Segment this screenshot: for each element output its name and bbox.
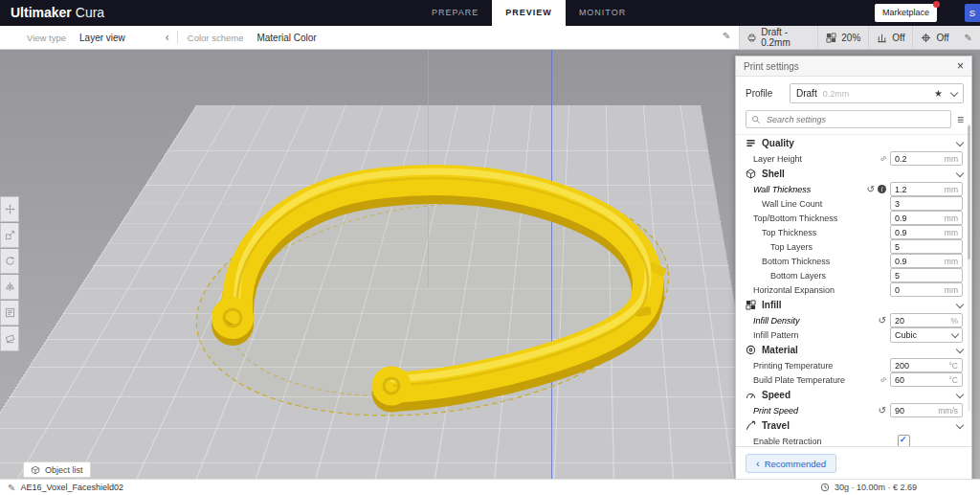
star-icon[interactable]: ★ (934, 88, 943, 99)
object-list-button[interactable]: Object list (23, 461, 91, 478)
setting-row: Infill Pattern Cubic (736, 327, 971, 342)
marketplace-label: Marketplace (882, 8, 929, 17)
tab-prepare[interactable]: PREPARE (418, 0, 492, 26)
chevron-down-icon (951, 329, 959, 337)
setting-input[interactable]: 5 (890, 239, 963, 254)
marketplace-button[interactable]: Marketplace (875, 4, 937, 22)
setting-unit: mm (945, 214, 958, 223)
setting-label: Layer Height (753, 154, 802, 164)
setting-input[interactable]: 0.9 mm (890, 211, 963, 225)
model-filename[interactable]: AE16_Voxel_Faceshield02 (20, 483, 123, 492)
profile-row: Profile Draft 0.2mm ★ (736, 77, 971, 107)
setting-checkbox[interactable] (898, 435, 910, 446)
category-label: Infill (762, 300, 782, 310)
chevron-down-icon (956, 420, 964, 428)
category-label: Speed (762, 390, 791, 400)
setting-input[interactable]: 1.2 mm (890, 182, 963, 196)
setting-input[interactable]: 0 mm (890, 282, 963, 297)
setting-label: Horizontal Expansion (753, 285, 835, 295)
setting-label: Wall Thickness (753, 185, 811, 194)
setting-label: Infill Pattern (753, 330, 799, 340)
setting-input[interactable]: 5 (890, 268, 963, 282)
rename-pencil-icon[interactable]: ✎ (8, 483, 15, 493)
tab-preview[interactable]: PREVIEW (492, 0, 566, 26)
tool-mirror-button[interactable] (0, 275, 19, 300)
search-input[interactable] (765, 114, 946, 125)
profile-dropdown[interactable]: Draft 0.2mm ★ (790, 83, 964, 103)
setting-row: Top Thickness 0.9 mm (736, 225, 971, 239)
scrollbar-thumb[interactable] (968, 125, 970, 259)
printer-icon (747, 33, 756, 43)
setting-input[interactable]: 0.9 mm (890, 254, 963, 268)
object-list-label: Object list (45, 465, 83, 475)
stage-tabs: PREPARE PREVIEW MONITOR (418, 0, 639, 26)
setting-input[interactable]: 60 °C (890, 372, 963, 387)
cube-icon (31, 465, 40, 475)
tool-move-button[interactable] (0, 196, 19, 222)
tool-per-model-settings-button[interactable] (0, 301, 19, 326)
color-scheme-label: Color scheme (188, 33, 244, 43)
brand-name: Ultimaker (11, 5, 72, 20)
settings-category-shell[interactable]: Shell (736, 166, 971, 182)
support-summary-item[interactable]: Off (868, 26, 912, 49)
profile-value: Draft (796, 88, 817, 99)
setting-row-icons: ↺ (867, 185, 886, 194)
setting-label: Wall Line Count (762, 199, 822, 209)
setting-label: Enable Retraction (753, 437, 822, 446)
close-icon[interactable]: × (957, 60, 964, 72)
setting-row: Wall Thickness ↺ 1.2 mm (736, 182, 971, 196)
search-box[interactable] (746, 110, 951, 128)
setting-unit: mm (945, 154, 958, 164)
setting-input[interactable]: 20 % (890, 313, 963, 327)
edit-config-pencil-icon[interactable]: ✎ (957, 33, 980, 43)
profile-label: Profile (746, 88, 772, 99)
adhesion-summary-item[interactable]: Off (912, 26, 956, 49)
profile-summary-item[interactable]: Draft - 0.2mm (739, 26, 817, 49)
settings-category-quality[interactable]: Quality (736, 135, 971, 151)
per-model-settings-icon (5, 307, 15, 318)
chevron-down-icon (950, 88, 958, 96)
settings-category-infill[interactable]: Infill (736, 297, 971, 313)
build-plate (0, 105, 768, 487)
setting-input[interactable]: 90 mm/s (890, 403, 963, 417)
tool-rotate-button[interactable] (0, 249, 19, 274)
panel-header[interactable]: Print settings × (736, 56, 971, 77)
infill-summary-item[interactable]: 20% (817, 26, 868, 49)
setting-select[interactable]: Cubic (890, 327, 963, 343)
profile-hint: 0.2mm (823, 89, 850, 99)
settings-list[interactable]: Quality Layer Height ∞ 0.2 mm Shell Wall… (736, 134, 971, 446)
setting-input[interactable]: 200 °C (890, 358, 963, 372)
move-icon (5, 204, 15, 214)
setting-value: 0.2 (895, 154, 907, 164)
reset-icon[interactable]: ↺ (879, 316, 886, 326)
setting-input[interactable]: 0.2 mm (890, 151, 963, 166)
setting-value: 1.2 (895, 185, 907, 194)
setting-input[interactable]: 3 (890, 196, 963, 211)
info-icon[interactable] (878, 185, 886, 193)
setting-label: Top Thickness (762, 228, 816, 237)
tool-scale-button[interactable] (0, 223, 19, 248)
setting-unit: °C (948, 361, 958, 371)
settings-category-material[interactable]: Material (736, 342, 971, 358)
setting-label: Top/Bottom Thickness (753, 214, 837, 223)
reset-icon[interactable]: ↺ (879, 406, 886, 416)
color-scheme-dropdown[interactable]: Material Color (256, 33, 316, 43)
mirror-icon (5, 281, 15, 292)
edit-view-pencil-icon[interactable]: ✎ (723, 31, 730, 41)
setting-row: Wall Line Count 3 (736, 196, 971, 211)
settings-category-speed[interactable]: Speed (736, 387, 971, 403)
reset-icon[interactable]: ↺ (867, 185, 875, 194)
setting-value: 0.9 (895, 228, 907, 237)
scrollbar-track (968, 124, 970, 411)
setting-row: Bottom Thickness 0.9 mm (736, 254, 971, 268)
recommended-mode-button[interactable]: ‹ Recommended (746, 454, 836, 473)
settings-category-travel[interactable]: Travel (736, 417, 971, 434)
settings-menu-icon[interactable]: ≡ (957, 114, 964, 125)
setting-label: Infill Density (753, 316, 800, 326)
tab-monitor[interactable]: MONITOR (566, 0, 639, 26)
collapse-panel-icon[interactable]: ‹ (166, 31, 169, 44)
signin-button[interactable]: S (965, 4, 980, 22)
view-type-dropdown[interactable]: Layer view (79, 33, 125, 43)
setting-input[interactable]: 0.9 mm (890, 225, 963, 239)
tool-support-blocker-button[interactable] (0, 326, 19, 351)
